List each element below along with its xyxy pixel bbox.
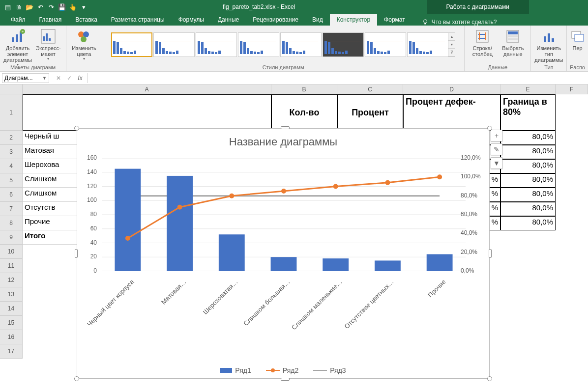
gallery-down-icon[interactable]: ▾ [448, 41, 455, 49]
tab-home[interactable]: Главная [32, 14, 69, 26]
row-header-16[interactable]: 16 [0, 330, 23, 344]
handle-bm[interactable] [281, 378, 290, 381]
handle-bl[interactable] [74, 376, 79, 381]
chart-title[interactable]: Название диаграммы [77, 129, 489, 151]
new-icon[interactable]: 🗎 [15, 3, 23, 11]
cell-E1[interactable]: Граница в 80% [500, 94, 556, 131]
col-header-C[interactable]: C [337, 84, 403, 94]
cell-C1[interactable]: Процент [337, 94, 403, 131]
row-header-1[interactable]: 1 [0, 94, 23, 131]
cell-D1[interactable]: Процент дефек- [403, 94, 500, 131]
chart-legend[interactable]: Ряд1 Ряд2 Ряд3 [77, 366, 489, 374]
cancel-icon[interactable]: ✕ [54, 75, 63, 82]
add-chart-element-button[interactable]: + Добавить элемент диаграммы [3, 28, 32, 68]
handle-tl[interactable] [74, 126, 79, 131]
chart-styles-gallery[interactable] [111, 31, 448, 58]
col-header-F[interactable]: F [556, 84, 588, 94]
tab-review[interactable]: Рецензирование [246, 14, 305, 26]
touch-icon[interactable]: 👆 [69, 3, 77, 11]
chart-style-3[interactable] [196, 32, 237, 57]
handle-tm[interactable] [281, 126, 290, 129]
chart-style-8[interactable] [407, 32, 448, 57]
chart-style-6[interactable] [323, 32, 364, 57]
row-header-9[interactable]: 9 [0, 230, 23, 245]
row-header-5[interactable]: 5 [0, 173, 23, 188]
legend-item-3[interactable]: Ряд3 [313, 366, 346, 374]
cell-E3[interactable]: 80,0% [500, 145, 556, 159]
cell-B1[interactable]: Кол-во [271, 94, 337, 131]
row-header-7[interactable]: 7 [0, 202, 23, 216]
category-axis[interactable]: Черный цвет корпусаМатовая…Шероховатая…С… [102, 274, 466, 358]
row-header-10[interactable]: 10 [0, 245, 23, 259]
row-header-2[interactable]: 2 [0, 131, 23, 145]
row-header-6[interactable]: 6 [0, 188, 23, 202]
enter-icon[interactable]: ✓ [65, 75, 74, 82]
primary-y-axis[interactable]: 020406080100120140160 [77, 158, 99, 271]
handle-br[interactable] [487, 376, 492, 381]
formula-input[interactable] [88, 73, 588, 83]
row-header-8[interactable]: 8 [0, 216, 23, 230]
redo-icon[interactable]: ↷ [47, 3, 55, 11]
name-box-dropdown-icon[interactable]: ▼ [42, 76, 47, 81]
quick-layout-button[interactable]: Экспресс-макет [33, 28, 63, 62]
tab-data[interactable]: Данные [211, 14, 246, 26]
cell-E2[interactable]: 80,0% [500, 131, 556, 145]
col-header-E[interactable]: E [500, 84, 556, 94]
gallery-up-icon[interactable]: ▴ [448, 33, 455, 41]
tell-me-search[interactable]: Что вы хотите сделать? [422, 19, 497, 26]
select-all-corner[interactable] [0, 84, 23, 94]
change-chart-type-button[interactable]: Изменить тип диаграммы [534, 28, 563, 64]
row-header-3[interactable]: 3 [0, 145, 23, 159]
row-header-17[interactable]: 17 [0, 344, 23, 359]
cell-A1[interactable] [23, 94, 271, 131]
change-colors-button[interactable]: Изменить цвета [69, 28, 99, 62]
cell-E7[interactable]: 80,0% [500, 202, 556, 216]
chart-styles-button[interactable]: ✎ [491, 143, 502, 155]
name-box[interactable]: Диаграм... ▼ [2, 73, 49, 83]
plot-area[interactable] [102, 158, 466, 271]
row-header-12[interactable]: 12 [0, 273, 23, 287]
tab-view[interactable]: Вид [305, 14, 330, 26]
fx-icon[interactable]: fx [76, 75, 85, 82]
col-header-B[interactable]: B [271, 84, 337, 94]
chart-style-2[interactable] [153, 32, 195, 57]
legend-item-2[interactable]: Ряд2 [266, 366, 298, 374]
chart-object[interactable]: Название диаграммы 020406080100120140160… [77, 128, 490, 379]
tab-formulas[interactable]: Формулы [172, 14, 211, 26]
chart-filters-button[interactable]: ▼ [491, 157, 502, 169]
row-header-4[interactable]: 4 [0, 159, 23, 173]
gallery-more-icon[interactable]: ⊽ [448, 49, 455, 56]
legend-label-1: Ряд1 [235, 366, 251, 374]
gallery-nav[interactable]: ▴▾⊽ [448, 32, 455, 57]
open-icon[interactable]: 📂 [26, 3, 33, 11]
dropdown-icon[interactable]: ▾ [80, 3, 88, 11]
move-chart-button[interactable]: Пер [570, 28, 585, 52]
cell-E5[interactable]: 80,0% [500, 173, 556, 188]
row-header-11[interactable]: 11 [0, 259, 23, 273]
col-header-A[interactable]: A [23, 84, 271, 94]
chart-style-7[interactable] [365, 32, 406, 57]
save2-icon[interactable]: 💾 [58, 3, 66, 11]
chart-elements-button[interactable]: + [491, 130, 502, 141]
cell-E4[interactable]: 80,0% [500, 159, 556, 173]
tab-insert[interactable]: Вставка [68, 14, 104, 26]
cell-E6[interactable]: 80,0% [500, 188, 556, 202]
chart-style-1[interactable] [111, 32, 152, 57]
tab-format[interactable]: Формат [377, 14, 412, 26]
save-icon[interactable]: ▤ [4, 3, 12, 11]
svg-point-42 [229, 194, 234, 198]
tab-layout[interactable]: Разметка страницы [104, 14, 172, 26]
undo-icon[interactable]: ↶ [36, 3, 44, 11]
tab-design[interactable]: Конструктор [330, 14, 377, 26]
cell-E8[interactable]: 80,0% [500, 216, 556, 230]
col-header-D[interactable]: D [403, 84, 500, 94]
legend-item-1[interactable]: Ряд1 [220, 366, 251, 374]
chart-style-5[interactable] [280, 32, 322, 57]
row-header-14[interactable]: 14 [0, 302, 23, 316]
row-header-15[interactable]: 15 [0, 316, 23, 330]
tab-file[interactable]: Файл [4, 14, 32, 26]
select-data-button[interactable]: Выбрать данные [498, 28, 528, 58]
switch-row-col-button[interactable]: Строка/столбец [468, 28, 497, 58]
row-header-13[interactable]: 13 [0, 287, 23, 302]
chart-style-4[interactable] [238, 32, 279, 57]
